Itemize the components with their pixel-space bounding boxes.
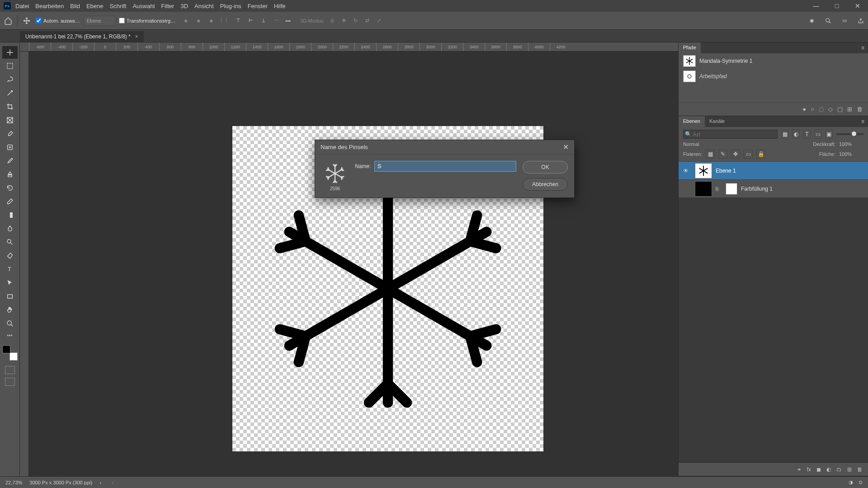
- lock-artboard-icon[interactable]: ▭: [744, 150, 753, 159]
- timeline-prev-icon[interactable]: ‹: [112, 480, 114, 485]
- align-left-icon[interactable]: ≡: [182, 17, 190, 25]
- frame-tool[interactable]: [2, 114, 18, 127]
- new-group-icon[interactable]: 🗀: [836, 466, 842, 473]
- maximize-button[interactable]: □: [826, 0, 847, 12]
- layer-mask-thumb[interactable]: [726, 183, 737, 195]
- auto-select-check[interactable]: [36, 18, 42, 23]
- panel-menu-icon[interactable]: ≡: [858, 116, 868, 127]
- filter-toggle[interactable]: [836, 133, 863, 135]
- pen-tool[interactable]: [2, 249, 18, 262]
- make-workpath-icon[interactable]: ◇: [828, 106, 833, 113]
- distribute-v-icon[interactable]: ⋯: [272, 17, 280, 25]
- document-tab[interactable]: Unbenannt-1 bei 22,7% (Ebene 1, RGB/8) *…: [20, 31, 144, 42]
- brush-tool[interactable]: [2, 155, 18, 167]
- history-brush-tool[interactable]: [2, 182, 18, 194]
- path-item[interactable]: Mandala-Symmetrie 1: [679, 53, 868, 69]
- blend-mode-select[interactable]: Normal: [683, 141, 733, 147]
- delete-path-icon[interactable]: 🗑: [857, 106, 863, 113]
- lasso-tool[interactable]: [2, 73, 18, 86]
- color-swatches[interactable]: [2, 345, 18, 361]
- auto-select-checkbox[interactable]: Autom. auswa…: [36, 18, 80, 23]
- more-align-icon[interactable]: •••: [284, 17, 292, 25]
- adjustment-layer-icon[interactable]: ◐: [826, 466, 831, 473]
- share-icon[interactable]: [856, 16, 865, 25]
- lock-position-icon[interactable]: ✥: [731, 150, 740, 159]
- move-tool-icon[interactable]: [21, 15, 32, 26]
- tab-pfade[interactable]: Pfade: [679, 42, 701, 53]
- fill-path-icon[interactable]: ●: [802, 106, 806, 113]
- path-select-tool[interactable]: [2, 277, 18, 289]
- add-mask-icon[interactable]: ◼: [816, 466, 821, 473]
- align-bottom-icon[interactable]: ⊥: [259, 17, 268, 25]
- new-path-icon[interactable]: ⊞: [847, 106, 852, 113]
- dialog-close-icon[interactable]: ✕: [563, 143, 569, 151]
- marquee-tool[interactable]: [2, 60, 18, 72]
- crop-tool[interactable]: [2, 100, 18, 113]
- ok-button[interactable]: OK: [523, 161, 568, 174]
- background-color[interactable]: [9, 352, 18, 361]
- menu-auswahl[interactable]: Auswahl: [132, 3, 155, 9]
- lock-all-icon[interactable]: 🔒: [756, 150, 765, 159]
- visibility-icon[interactable]: 👁: [683, 168, 691, 174]
- rectangle-tool[interactable]: [2, 290, 18, 303]
- layer-filter-search[interactable]: 🔍: [683, 130, 778, 139]
- gradient-tool[interactable]: [2, 209, 18, 221]
- magic-wand-tool[interactable]: [2, 87, 18, 99]
- new-layer-icon[interactable]: ⊞: [847, 466, 852, 473]
- distribute-h-icon[interactable]: ⋮⋮: [220, 17, 228, 25]
- layer-item[interactable]: ⎘ Farbfüllung 1: [679, 179, 868, 197]
- panel-menu-icon[interactable]: ≡: [858, 42, 868, 53]
- tab-ebenen[interactable]: Ebenen: [679, 116, 705, 127]
- screenmode-icon[interactable]: [5, 378, 15, 386]
- ruler-horizontal[interactable]: -600 -400 -200 0 200 400 600 800 1000 12…: [20, 42, 678, 52]
- stroke-path-icon[interactable]: ○: [811, 106, 814, 113]
- layer-filter-input[interactable]: [683, 130, 778, 139]
- align-top-icon[interactable]: ⊤: [234, 17, 242, 25]
- menu-hilfe[interactable]: Hilfe: [274, 3, 286, 9]
- align-center-h-icon[interactable]: ≡: [194, 17, 203, 25]
- transform-controls-checkbox[interactable]: Transformationsstrg…: [119, 18, 175, 23]
- menu-datei[interactable]: Datei: [15, 3, 29, 9]
- align-center-v-icon[interactable]: ⊢: [247, 17, 255, 25]
- menu-ebene[interactable]: Ebene: [86, 3, 104, 9]
- filter-smart-icon[interactable]: ▣: [826, 130, 833, 139]
- healing-brush-tool[interactable]: [2, 141, 18, 154]
- eyedropper-tool[interactable]: [2, 127, 18, 140]
- add-mask-icon[interactable]: ▢: [837, 106, 843, 113]
- workspace-icon[interactable]: ▭: [840, 16, 849, 25]
- cloud-docs-icon[interactable]: ◉: [807, 16, 816, 25]
- hand-tool[interactable]: [2, 304, 18, 316]
- menu-plugins[interactable]: Plug-ins: [220, 3, 241, 9]
- tab-kanaele[interactable]: Kanäle: [705, 116, 729, 127]
- filter-type-icon[interactable]: T: [803, 130, 811, 139]
- dialog-titlebar[interactable]: Name des Pinsels ✕: [315, 140, 574, 155]
- menu-filter[interactable]: Filter: [161, 3, 175, 9]
- type-tool[interactable]: T: [2, 263, 18, 276]
- search-icon[interactable]: [824, 16, 833, 25]
- menu-bearbeiten[interactable]: Bearbeiten: [35, 3, 64, 9]
- layer-fx-icon[interactable]: fx: [807, 466, 811, 473]
- filter-adjust-icon[interactable]: ◐: [792, 130, 799, 139]
- auto-select-mode[interactable]: Ebene: [84, 16, 115, 26]
- layer-thumb[interactable]: [695, 181, 712, 197]
- zoom-level[interactable]: 22,73%: [5, 480, 22, 485]
- tool-overflow-icon[interactable]: •••: [7, 333, 13, 339]
- canvas[interactable]: Name des Pinsels ✕: [29, 52, 678, 476]
- link-layers-icon[interactable]: ⚭: [797, 466, 802, 473]
- clone-stamp-tool[interactable]: [2, 168, 18, 181]
- blur-tool[interactable]: [2, 222, 18, 235]
- dodge-tool[interactable]: [2, 236, 18, 249]
- eraser-tool[interactable]: [2, 195, 18, 208]
- close-window-button[interactable]: ✕: [847, 0, 868, 12]
- path-item[interactable]: Arbeitspfad: [679, 69, 868, 84]
- filter-shape-icon[interactable]: ▭: [814, 130, 821, 139]
- lock-pixels-icon[interactable]: ✎: [718, 150, 727, 159]
- doc-info[interactable]: 3000 Px x 3000 Px (300 ppi): [29, 480, 92, 485]
- menu-schrift[interactable]: Schrift: [110, 3, 127, 9]
- ruler-vertical[interactable]: [20, 52, 29, 476]
- home-icon[interactable]: [3, 15, 14, 26]
- opacity-value[interactable]: 100%: [839, 141, 863, 147]
- transform-check[interactable]: [119, 18, 125, 23]
- zoom-tool[interactable]: [2, 317, 18, 330]
- minimize-button[interactable]: —: [806, 0, 826, 12]
